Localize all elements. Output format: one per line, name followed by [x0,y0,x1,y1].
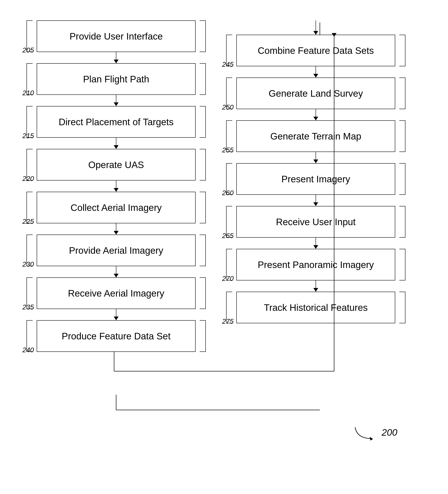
arrow-205-210 [116,52,116,63]
flow-box-text-230: Provide Aerial Imagery [65,243,167,258]
figure-number: 200 [382,427,397,438]
columns-wrapper: Provide User Interface 205 Plan Flight P… [20,12,428,352]
box-wrapper-230: Provide Aerial Imagery 230 [37,235,196,266]
step-number-255: 255 [222,146,234,154]
box-wrapper-225: Collect Aerial Imagery 225 [37,192,196,223]
step-number-220: 220 [23,175,34,183]
flow-box-270: Present Panoramic Imagery [236,249,395,281]
arrow-215-220 [116,138,116,149]
box-wrapper-220: Operate UAS 220 [37,149,196,181]
bracket-right-215 [200,106,206,138]
flow-box-text-270: Present Panoramic Imagery [254,257,378,272]
flow-box-text-250: Generate Land Survey [265,86,367,101]
bracket-right-230 [200,235,206,266]
bracket-right-260 [399,163,405,195]
box-wrapper-215: Direct Placement of Targets 215 [37,106,196,138]
flow-box-225: Collect Aerial Imagery [37,192,196,223]
right-column: Combine Feature Data Sets 245 Generate L… [236,20,395,352]
flow-box-text-245: Combine Feature Data Sets [254,43,378,58]
box-wrapper-265: Receive User Input 265 [236,206,395,238]
figure-label: 200 [353,424,397,441]
bracket-right-205 [200,20,206,52]
flow-box-text-275: Track Historical Features [260,300,372,315]
bracket-right-265 [399,206,405,238]
box-wrapper-245: Combine Feature Data Sets 245 [236,35,395,66]
arrow-230-235 [116,266,116,277]
top-arrow-right [316,20,316,35]
box-wrapper-240: Produce Feature Data Set 240 [37,320,196,352]
step-number-250: 250 [222,103,234,111]
flow-box-260: Present Imagery [236,163,395,195]
step-number-225: 225 [23,217,34,225]
flow-box-text-220: Operate UAS [84,157,148,172]
arrow-260-265 [316,195,316,206]
step-number-265: 265 [222,232,234,240]
flow-box-text-255: Generate Terrain Map [266,129,365,144]
flow-box-text-235: Receive Aerial Imagery [64,286,168,301]
arrow-270-275 [316,281,316,292]
arrow-255-260 [316,152,316,163]
left-column: Provide User Interface 205 Plan Flight P… [37,20,196,352]
box-wrapper-260: Present Imagery 260 [236,163,395,195]
step-number-215: 215 [23,132,34,140]
step-number-240: 240 [23,346,34,354]
step-number-275: 275 [222,317,234,325]
step-number-230: 230 [23,260,34,268]
flow-box-275: Track Historical Features [236,292,395,323]
arrow-225-230 [116,223,116,235]
bracket-right-255 [399,120,405,152]
flow-box-265: Receive User Input [236,206,395,238]
flow-box-220: Operate UAS [37,149,196,181]
flow-box-text-260: Present Imagery [277,172,354,187]
arrow-235-240 [116,309,116,320]
bracket-right-225 [200,192,206,223]
flow-box-245: Combine Feature Data Sets [236,35,395,66]
flow-box-text-240: Produce Feature Data Set [58,329,175,344]
flow-box-205: Provide User Interface [37,20,196,52]
arrow-220-225 [116,181,116,192]
arrow-250-255 [316,109,316,120]
svg-marker-5 [370,437,373,441]
flow-box-text-205: Provide User Interface [65,29,167,44]
arrow-265-270 [316,238,316,249]
step-number-270: 270 [222,274,234,283]
box-wrapper-210: Plan Flight Path 210 [37,63,196,95]
box-wrapper-275: Track Historical Features 275 [236,292,395,323]
flow-box-text-215: Direct Placement of Targets [55,114,178,130]
bracket-right-270 [399,249,405,281]
bracket-right-240 [200,320,206,352]
arrow-245-250 [316,66,316,77]
box-wrapper-255: Generate Terrain Map 255 [236,120,395,152]
arrow-210-215 [116,95,116,106]
box-wrapper-205: Provide User Interface 205 [37,20,196,52]
flow-box-250: Generate Land Survey [236,77,395,109]
flow-box-text-225: Collect Aerial Imagery [66,200,166,215]
flow-box-230: Provide Aerial Imagery [37,235,196,266]
bracket-right-275 [399,292,405,323]
bracket-right-210 [200,63,206,95]
curved-arrow-icon [353,424,377,441]
bracket-right-245 [399,35,405,66]
flow-box-255: Generate Terrain Map [236,120,395,152]
box-wrapper-235: Receive Aerial Imagery 235 [37,277,196,309]
step-number-245: 245 [222,60,234,68]
step-number-210: 210 [23,89,34,97]
box-wrapper-250: Generate Land Survey 250 [236,77,395,109]
bracket-right-235 [200,277,206,309]
box-wrapper-270: Present Panoramic Imagery 270 [236,249,395,281]
step-number-235: 235 [23,303,34,311]
step-number-205: 205 [23,46,34,54]
flow-box-text-265: Receive User Input [272,214,360,229]
flow-box-text-210: Plan Flight Path [79,72,153,87]
bracket-right-220 [200,149,206,181]
flow-box-210: Plan Flight Path [37,63,196,95]
flow-box-235: Receive Aerial Imagery [37,277,196,309]
bracket-right-250 [399,77,405,109]
step-number-260: 260 [222,189,234,197]
diagram-container: Provide User Interface 205 Plan Flight P… [20,12,428,461]
flow-box-240: Produce Feature Data Set [37,320,196,352]
flow-box-215: Direct Placement of Targets [37,106,196,138]
